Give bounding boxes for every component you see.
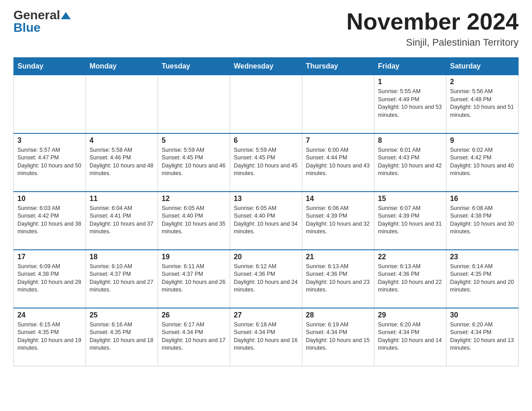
calendar-day-cell: 3Sunrise: 5:57 AM Sunset: 4:47 PM Daylig… [14,133,86,192]
calendar-day-cell: 26Sunrise: 6:17 AM Sunset: 4:34 PM Dayli… [158,308,230,366]
calendar-day-cell: 24Sunrise: 6:15 AM Sunset: 4:35 PM Dayli… [14,308,86,366]
calendar-day-cell: 22Sunrise: 6:13 AM Sunset: 4:36 PM Dayli… [374,250,446,308]
day-number: 13 [234,195,298,203]
calendar-day-cell: 28Sunrise: 6:19 AM Sunset: 4:34 PM Dayli… [302,308,374,366]
day-number: 27 [234,311,298,319]
logo: General Blue [13,9,71,34]
day-number: 17 [17,253,82,261]
calendar-day-cell: 30Sunrise: 6:20 AM Sunset: 4:34 PM Dayli… [446,308,519,366]
calendar-day-cell: 15Sunrise: 6:07 AM Sunset: 4:39 PM Dayli… [374,192,446,250]
day-info: Sunrise: 6:16 AM Sunset: 4:35 PM Dayligh… [90,321,154,352]
calendar-header-wednesday: Wednesday [230,58,302,75]
day-number: 20 [234,253,298,261]
day-number: 1 [378,78,442,86]
calendar-day-cell: 27Sunrise: 6:18 AM Sunset: 4:34 PM Dayli… [230,308,302,366]
calendar-day-cell: 13Sunrise: 6:05 AM Sunset: 4:40 PM Dayli… [230,192,302,250]
day-info: Sunrise: 6:13 AM Sunset: 4:36 PM Dayligh… [306,263,370,294]
day-info: Sunrise: 6:12 AM Sunset: 4:36 PM Dayligh… [234,263,298,294]
calendar-day-cell: 29Sunrise: 6:20 AM Sunset: 4:34 PM Dayli… [374,308,446,366]
calendar-day-cell [230,75,302,133]
calendar-day-cell: 18Sunrise: 6:10 AM Sunset: 4:37 PM Dayli… [86,250,158,308]
calendar-day-cell: 12Sunrise: 6:05 AM Sunset: 4:40 PM Dayli… [158,192,230,250]
day-number: 15 [378,195,442,203]
calendar-day-cell [302,75,374,133]
calendar-day-cell: 4Sunrise: 5:58 AM Sunset: 4:46 PM Daylig… [86,133,158,192]
calendar-day-cell: 11Sunrise: 6:04 AM Sunset: 4:41 PM Dayli… [86,192,158,250]
day-info: Sunrise: 6:05 AM Sunset: 4:40 PM Dayligh… [234,205,298,236]
calendar-header-tuesday: Tuesday [158,58,230,75]
calendar-day-cell [86,75,158,133]
location-title: Sinjil, Palestinian Territory [347,37,519,48]
calendar-header-sunday: Sunday [14,58,86,75]
day-info: Sunrise: 6:15 AM Sunset: 4:35 PM Dayligh… [17,321,82,352]
day-number: 7 [306,137,370,145]
day-info: Sunrise: 5:57 AM Sunset: 4:47 PM Dayligh… [17,146,82,178]
day-info: Sunrise: 6:07 AM Sunset: 4:39 PM Dayligh… [378,205,442,236]
day-info: Sunrise: 6:13 AM Sunset: 4:36 PM Dayligh… [378,263,442,294]
calendar-day-cell: 21Sunrise: 6:13 AM Sunset: 4:36 PM Dayli… [302,250,374,308]
calendar-week-row: 10Sunrise: 6:03 AM Sunset: 4:42 PM Dayli… [14,192,519,250]
day-number: 22 [378,253,442,261]
calendar-day-cell: 17Sunrise: 6:09 AM Sunset: 4:38 PM Dayli… [14,250,86,308]
day-info: Sunrise: 5:58 AM Sunset: 4:46 PM Dayligh… [90,146,154,178]
day-number: 28 [306,311,370,319]
calendar-day-cell: 2Sunrise: 5:56 AM Sunset: 4:48 PM Daylig… [446,75,519,133]
day-info: Sunrise: 6:06 AM Sunset: 4:39 PM Dayligh… [306,205,370,236]
day-info: Sunrise: 6:08 AM Sunset: 4:38 PM Dayligh… [450,205,515,236]
calendar-day-cell [158,75,230,133]
calendar-week-row: 17Sunrise: 6:09 AM Sunset: 4:38 PM Dayli… [14,250,519,308]
day-info: Sunrise: 6:17 AM Sunset: 4:34 PM Dayligh… [162,321,226,352]
day-info: Sunrise: 6:18 AM Sunset: 4:34 PM Dayligh… [234,321,298,352]
day-number: 2 [450,78,515,86]
day-info: Sunrise: 6:14 AM Sunset: 4:35 PM Dayligh… [450,263,515,294]
day-number: 16 [450,195,515,203]
calendar-day-cell: 25Sunrise: 6:16 AM Sunset: 4:35 PM Dayli… [86,308,158,366]
calendar-header-friday: Friday [374,58,446,75]
day-info: Sunrise: 5:56 AM Sunset: 4:48 PM Dayligh… [450,88,515,119]
day-number: 24 [17,311,82,319]
day-number: 18 [90,253,154,261]
calendar-day-cell: 6Sunrise: 5:59 AM Sunset: 4:45 PM Daylig… [230,133,302,192]
day-info: Sunrise: 6:00 AM Sunset: 4:44 PM Dayligh… [306,146,370,178]
day-number: 26 [162,311,226,319]
day-info: Sunrise: 5:59 AM Sunset: 4:45 PM Dayligh… [234,146,298,178]
calendar-day-cell: 9Sunrise: 6:02 AM Sunset: 4:42 PM Daylig… [446,133,519,192]
day-number: 19 [162,253,226,261]
calendar-day-cell: 14Sunrise: 6:06 AM Sunset: 4:39 PM Dayli… [302,192,374,250]
calendar-day-cell: 10Sunrise: 6:03 AM Sunset: 4:42 PM Dayli… [14,192,86,250]
calendar-header-thursday: Thursday [302,58,374,75]
day-info: Sunrise: 6:09 AM Sunset: 4:38 PM Dayligh… [17,263,82,294]
calendar-day-cell: 8Sunrise: 6:01 AM Sunset: 4:43 PM Daylig… [374,133,446,192]
calendar-day-cell: 20Sunrise: 6:12 AM Sunset: 4:36 PM Dayli… [230,250,302,308]
day-info: Sunrise: 6:19 AM Sunset: 4:34 PM Dayligh… [306,321,370,352]
day-info: Sunrise: 6:11 AM Sunset: 4:37 PM Dayligh… [162,263,226,294]
day-info: Sunrise: 6:01 AM Sunset: 4:43 PM Dayligh… [378,146,442,178]
day-number: 23 [450,253,515,261]
calendar-day-cell: 23Sunrise: 6:14 AM Sunset: 4:35 PM Dayli… [446,250,519,308]
day-number: 25 [90,311,154,319]
day-number: 14 [306,195,370,203]
day-number: 29 [378,311,442,319]
calendar-week-row: 3Sunrise: 5:57 AM Sunset: 4:47 PM Daylig… [14,133,519,192]
day-info: Sunrise: 6:20 AM Sunset: 4:34 PM Dayligh… [378,321,442,352]
day-info: Sunrise: 5:55 AM Sunset: 4:49 PM Dayligh… [378,88,442,119]
title-section: November 2024 Sinjil, Palestinian Territ… [347,9,519,48]
calendar-header-row: SundayMondayTuesdayWednesdayThursdayFrid… [14,58,519,75]
calendar-week-row: 1Sunrise: 5:55 AM Sunset: 4:49 PM Daylig… [14,75,519,133]
calendar-week-row: 24Sunrise: 6:15 AM Sunset: 4:35 PM Dayli… [14,308,519,366]
calendar-day-cell: 7Sunrise: 6:00 AM Sunset: 4:44 PM Daylig… [302,133,374,192]
day-info: Sunrise: 6:02 AM Sunset: 4:42 PM Dayligh… [450,146,515,178]
calendar-day-cell: 19Sunrise: 6:11 AM Sunset: 4:37 PM Dayli… [158,250,230,308]
day-info: Sunrise: 6:03 AM Sunset: 4:42 PM Dayligh… [17,205,82,236]
calendar-day-cell: 16Sunrise: 6:08 AM Sunset: 4:38 PM Dayli… [446,192,519,250]
day-number: 3 [17,137,82,145]
logo-general-text: General [13,9,60,21]
day-number: 5 [162,137,226,145]
day-info: Sunrise: 6:05 AM Sunset: 4:40 PM Dayligh… [162,205,226,236]
month-title: November 2024 [347,9,519,34]
calendar-day-cell: 1Sunrise: 5:55 AM Sunset: 4:49 PM Daylig… [374,75,446,133]
logo-blue-text: Blue [13,21,41,34]
day-info: Sunrise: 6:20 AM Sunset: 4:34 PM Dayligh… [450,321,515,352]
day-number: 10 [17,195,82,203]
day-number: 8 [378,137,442,145]
